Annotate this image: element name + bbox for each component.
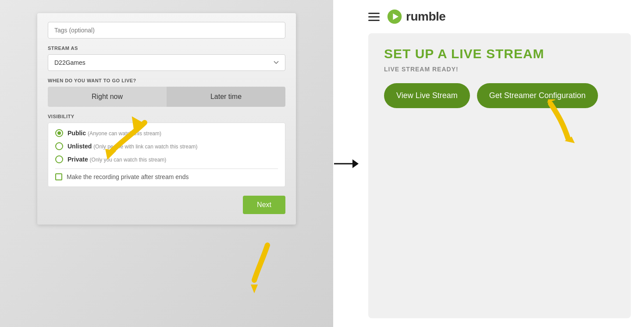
public-option[interactable]: Public (Anyone can watch this stream) [55, 129, 278, 137]
right-now-button[interactable]: Right now [48, 87, 167, 107]
visibility-label: VISIBILITY [48, 114, 285, 119]
view-live-stream-button[interactable]: View Live Stream [384, 83, 470, 108]
rumble-wordmark: rumble [406, 10, 445, 24]
left-panel: STREAM AS D22Games WHEN DO YOU WANT TO G… [0, 0, 333, 327]
live-stream-ready: LIVE STREAM READY! [384, 66, 615, 73]
private-label: Private (Only you can watch this stream) [68, 156, 166, 163]
setup-title: SET UP A LIVE STREAM [384, 46, 615, 61]
later-time-button[interactable]: Later time [167, 87, 285, 107]
svg-marker-2 [251, 285, 258, 293]
hamburger-line-2 [368, 16, 380, 18]
timing-buttons: Right now Later time [48, 87, 285, 107]
svg-marker-4 [352, 159, 359, 168]
tags-group [48, 22, 285, 39]
get-streamer-config-button[interactable]: Get Streamer Configuration [477, 83, 598, 108]
unlisted-option[interactable]: Unlisted (Only people with link can watc… [55, 142, 278, 150]
stream-as-label: STREAM AS [48, 46, 285, 51]
public-label: Public (Anyone can watch this stream) [68, 130, 161, 137]
rumble-play-icon [387, 9, 402, 25]
divider [55, 169, 278, 169]
stream-as-group: STREAM AS D22Games [48, 46, 285, 71]
next-button[interactable]: Next [243, 196, 285, 214]
rumble-logo: rumble [387, 9, 445, 25]
rumble-header: rumble [368, 9, 631, 25]
right-panel: rumble SET UP A LIVE STREAM LIVE STREAM … [359, 0, 644, 327]
recording-label: Make the recording private after stream … [67, 173, 189, 180]
svg-marker-8 [565, 137, 575, 143]
when-live-group: WHEN DO YOU WANT TO GO LIVE? Right now L… [48, 78, 285, 107]
visibility-section: VISIBILITY Public (Anyone can watch this… [48, 114, 285, 187]
setup-card: SET UP A LIVE STREAM LIVE STREAM READY! … [368, 33, 631, 318]
right-arrow-icon [333, 155, 359, 172]
middle-arrow [333, 0, 359, 327]
private-option[interactable]: Private (Only you can watch this stream) [55, 155, 278, 163]
tags-input[interactable] [48, 22, 285, 39]
action-buttons: View Live Stream Get Streamer Configurat… [384, 83, 615, 108]
private-radio[interactable] [55, 155, 63, 163]
unlisted-radio[interactable] [55, 142, 63, 150]
recording-checkbox-row[interactable]: Make the recording private after stream … [55, 173, 278, 180]
hamburger-menu[interactable] [368, 13, 380, 21]
recording-checkbox[interactable] [55, 173, 62, 180]
unlisted-label: Unlisted (Only people with link can watc… [68, 143, 198, 150]
hamburger-line-3 [368, 20, 380, 21]
stream-as-select[interactable]: D22Games [48, 54, 285, 71]
visibility-box: Public (Anyone can watch this stream) Un… [48, 123, 285, 187]
public-radio[interactable] [55, 129, 63, 137]
when-live-label: WHEN DO YOU WANT TO GO LIVE? [48, 78, 285, 83]
hamburger-line-1 [368, 13, 380, 14]
form-container: STREAM AS D22Games WHEN DO YOU WANT TO G… [37, 13, 296, 225]
